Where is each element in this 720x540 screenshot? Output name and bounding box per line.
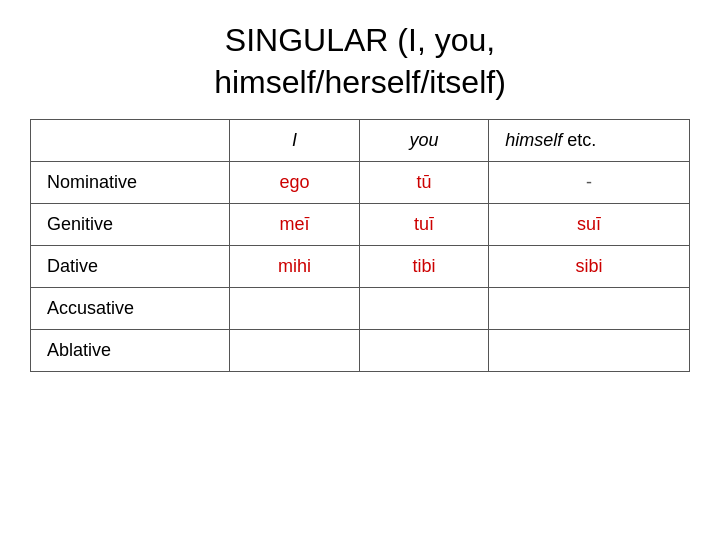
cell-i — [230, 288, 360, 330]
cell-i — [230, 330, 360, 372]
cell-you: tuī — [359, 204, 489, 246]
cell-himself: sibi — [489, 246, 690, 288]
cell-himself — [489, 330, 690, 372]
table-row: Nominativeegotū- — [31, 162, 690, 204]
table-row: Ablative — [31, 330, 690, 372]
table-row: Dativemihitibisibi — [31, 246, 690, 288]
row-label: Genitive — [31, 204, 230, 246]
cell-himself — [489, 288, 690, 330]
table-row: Genitivemeītuīsuī — [31, 204, 690, 246]
cell-himself: - — [489, 162, 690, 204]
row-label: Dative — [31, 246, 230, 288]
cell-i: ego — [230, 162, 360, 204]
table-row: Accusative — [31, 288, 690, 330]
cell-you — [359, 330, 489, 372]
declension-table: I you himself etc. Nominativeegotū-Genit… — [30, 119, 690, 372]
header-col-himself: himself etc. — [489, 120, 690, 162]
page-title: SINGULAR (I, you, himself/herself/itself… — [214, 20, 506, 103]
header-col-you: you — [359, 120, 489, 162]
header-empty — [31, 120, 230, 162]
cell-himself: suī — [489, 204, 690, 246]
row-label: Ablative — [31, 330, 230, 372]
cell-you: tū — [359, 162, 489, 204]
header-col-i: I — [230, 120, 360, 162]
cell-i: mihi — [230, 246, 360, 288]
cell-you — [359, 288, 489, 330]
cell-you: tibi — [359, 246, 489, 288]
header-himself-plain: etc. — [562, 130, 596, 150]
row-label: Accusative — [31, 288, 230, 330]
row-label: Nominative — [31, 162, 230, 204]
header-himself-italic: himself — [505, 130, 562, 150]
cell-i: meī — [230, 204, 360, 246]
